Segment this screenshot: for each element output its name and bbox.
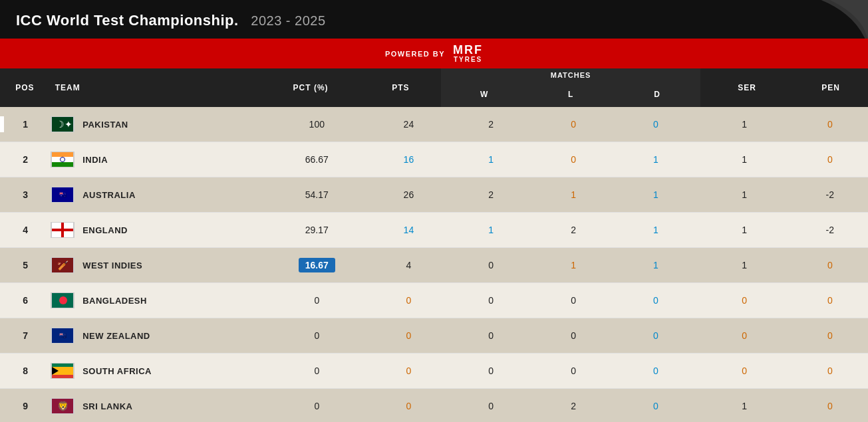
pts-cell: 4 — [367, 251, 450, 280]
team-name: INDIA — [82, 155, 108, 165]
pts-value: 26 — [404, 189, 414, 200]
pct-cell: 54.17 — [266, 180, 367, 209]
pen-cell: 0 — [792, 251, 868, 280]
ser-value: 1 — [742, 260, 747, 270]
l-cell: 0 — [532, 145, 615, 174]
pts-value: 0 — [406, 366, 412, 376]
ser-cell: 1 — [697, 180, 792, 209]
standings-table: POS TEAM PCT (%) PTS MATCHES W L D SER P… — [0, 68, 868, 422]
title-text: ICC World Test Championship. — [16, 12, 239, 29]
header-pen: PEN — [794, 68, 868, 107]
team-cell: ☽✦ PAKISTAN — [51, 107, 266, 142]
pts-value: 4 — [406, 260, 412, 270]
table-row: 4 ENGLAND 29.17 14 1 2 1 1 -2 — [0, 213, 868, 248]
w-cell: 0 — [450, 286, 532, 315]
ser-value: 0 — [742, 330, 747, 341]
w-value: 0 — [488, 260, 494, 270]
ser-value: 1 — [742, 154, 747, 165]
team-cell: 🇦🇺 AUSTRALIA — [51, 177, 266, 212]
table-row: 3 🇦🇺 AUSTRALIA 54.17 26 2 1 1 1 -2 — [0, 177, 868, 213]
team-cell: 🏏 WEST INDIES — [51, 248, 266, 282]
team-flag — [51, 292, 74, 308]
l-cell: 1 — [532, 180, 615, 209]
mrf-brand: MRF — [453, 44, 483, 56]
pts-cell: 16 — [367, 145, 450, 174]
d-cell: 1 — [615, 251, 697, 280]
l-value: 2 — [571, 225, 576, 235]
pos-cell: 7 — [0, 321, 51, 350]
team-flag: 🇳🇿 — [51, 328, 74, 344]
w-cell: 0 — [450, 321, 532, 350]
ser-value: 1 — [742, 119, 747, 130]
matches-label: MATCHES — [551, 68, 591, 82]
pen-value: 0 — [827, 119, 833, 130]
pct-value: 0 — [314, 295, 319, 306]
pos-cell: 1 — [0, 110, 51, 139]
w-value: 1 — [488, 154, 494, 165]
w-value: 0 — [488, 401, 494, 411]
pen-value: -2 — [826, 225, 834, 235]
pct-value: 66.67 — [305, 154, 329, 165]
w-cell: 2 — [450, 110, 532, 139]
team-flag — [51, 222, 74, 238]
l-cell: 0 — [532, 356, 615, 385]
team-cell: 🦁 SRI LANKA — [51, 389, 266, 422]
header-year: 2023 - 2025 — [251, 13, 325, 28]
w-value: 1 — [488, 225, 494, 235]
pen-cell: 0 — [792, 110, 868, 139]
d-value: 0 — [653, 119, 658, 130]
header-pct: PCT (%) — [261, 68, 360, 107]
d-cell: 0 — [615, 356, 697, 385]
team-name: WEST INDIES — [82, 261, 142, 270]
ser-cell: 1 — [697, 110, 792, 139]
page-title: ICC World Test Championship. 2023 - 2025 — [16, 12, 326, 29]
pen-cell: 0 — [792, 356, 868, 385]
ser-value: 1 — [742, 401, 747, 411]
w-cell: 0 — [450, 251, 532, 280]
pct-cell: 0 — [266, 391, 367, 421]
w-value: 0 — [488, 366, 494, 376]
pen-value: 0 — [827, 330, 833, 341]
pos-cell: 6 — [0, 286, 51, 315]
l-cell: 2 — [532, 391, 615, 421]
d-value: 1 — [653, 154, 658, 165]
l-value: 0 — [571, 366, 576, 376]
pts-cell: 14 — [367, 215, 450, 245]
pos-value: 1 — [23, 119, 28, 130]
ser-cell: 1 — [697, 391, 792, 421]
header-team: TEAM — [50, 68, 261, 107]
w-value: 0 — [488, 330, 494, 341]
d-cell: 0 — [615, 286, 697, 315]
team-name: BANGLADESH — [82, 296, 147, 306]
pen-cell: -2 — [792, 215, 868, 245]
column-header-row: POS TEAM PCT (%) PTS MATCHES W L D SER P… — [0, 68, 868, 107]
team-name: ENGLAND — [82, 225, 128, 235]
pct-cell: 100 — [266, 110, 367, 139]
l-value: 2 — [571, 401, 576, 411]
pct-value: 0 — [314, 366, 319, 376]
w-value: 0 — [488, 295, 494, 306]
header-d: D — [614, 82, 700, 107]
pen-value: 0 — [827, 260, 833, 270]
powered-by-label: POWERED BY — [385, 50, 445, 58]
pos-cell: 9 — [0, 391, 51, 421]
team-flag — [51, 363, 74, 379]
d-value: 0 — [653, 295, 658, 306]
table-row: 7 🇳🇿 NEW ZEALAND 0 0 0 0 0 0 0 — [0, 318, 868, 354]
table-row: 9 🦁 SRI LANKA 0 0 0 2 0 1 0 — [0, 389, 868, 422]
l-value: 1 — [571, 260, 576, 270]
team-name: SRI LANKA — [82, 401, 132, 411]
matches-group-header: MATCHES W L D — [441, 68, 700, 107]
mrf-sub: TYRES — [454, 56, 482, 63]
pos-cell: 8 — [0, 356, 51, 385]
d-value: 0 — [653, 401, 658, 411]
pts-cell: 26 — [367, 180, 450, 209]
team-name: AUSTRALIA — [82, 190, 136, 200]
l-value: 0 — [571, 119, 576, 130]
pen-value: 0 — [827, 295, 833, 306]
table-body: 1 ☽✦ PAKISTAN 100 24 2 0 0 1 0 2 INDIA 6… — [0, 107, 868, 422]
pts-value: 24 — [404, 119, 414, 130]
pts-value: 0 — [406, 295, 412, 306]
w-cell: 0 — [450, 356, 532, 385]
d-value: 0 — [653, 366, 658, 376]
